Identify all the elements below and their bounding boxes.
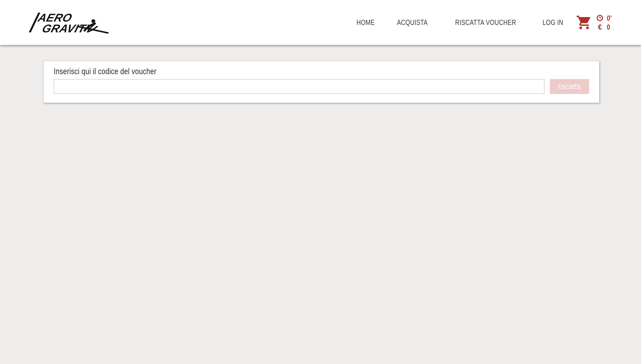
nav-item-home[interactable]: HOME bbox=[346, 0, 385, 45]
nav-item-acquista-label: ACQUISTA bbox=[397, 0, 428, 45]
voucher-card: Inserisci qui il codice del voucher risc… bbox=[43, 61, 599, 103]
euro-icon: € bbox=[596, 23, 603, 31]
nav-item-acquista[interactable]: ACQUISTA bbox=[385, 0, 440, 45]
redeem-button[interactable]: riscatta bbox=[550, 79, 589, 94]
voucher-row: riscatta bbox=[54, 79, 589, 94]
cart-amount-row: € 0 bbox=[596, 23, 613, 31]
cart-widget[interactable]: 0' € 0 bbox=[575, 14, 613, 31]
nav-item-home-label: HOME bbox=[357, 0, 375, 45]
voucher-code-input[interactable] bbox=[54, 79, 544, 94]
clock-icon bbox=[596, 14, 603, 21]
aerogravity-logo-graphic: AERO GRAVITY bbox=[29, 10, 110, 35]
voucher-label: Inserisci qui il codice del voucher bbox=[54, 67, 589, 76]
nav-item-riscatta-voucher-label: RISCATTA VOUCHER bbox=[455, 0, 516, 45]
page-main: Inserisci qui il codice del voucher risc… bbox=[0, 61, 641, 103]
nav-item-login[interactable]: LOG IN bbox=[532, 0, 574, 45]
cart-time-row: 0' bbox=[596, 14, 613, 22]
logo-text-line2: GRAVITY bbox=[41, 22, 96, 35]
nav-item-login-label: LOG IN bbox=[542, 0, 563, 45]
redeem-button-label: riscatta bbox=[558, 82, 581, 91]
shopping-cart-icon bbox=[575, 14, 593, 30]
background-texture bbox=[0, 0, 641, 364]
nav-item-riscatta-voucher[interactable]: RISCATTA VOUCHER bbox=[440, 0, 532, 45]
cart-amount-value: 0 bbox=[607, 23, 610, 31]
cart-stats: 0' € 0 bbox=[596, 14, 613, 31]
cart-time-value: 0' bbox=[607, 14, 612, 22]
aerogravity-logo[interactable]: AERO GRAVITY bbox=[29, 10, 110, 35]
site-header: AERO GRAVITY HOME ACQUISTA RISCATTA VOUC… bbox=[0, 0, 641, 45]
main-nav: HOME ACQUISTA RISCATTA VOUCHER LOG IN bbox=[346, 0, 574, 45]
voucher-label-text: Inserisci qui il codice del voucher bbox=[54, 67, 157, 76]
